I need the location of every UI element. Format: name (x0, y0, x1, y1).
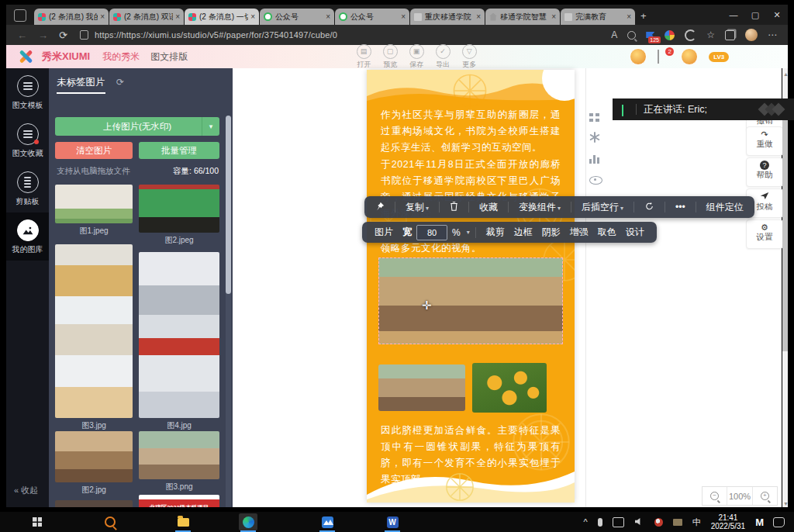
collect-button[interactable]: 收藏 (475, 201, 502, 214)
scrollbar-thumb[interactable] (782, 119, 788, 351)
open-button[interactable]: ▤打开 (350, 44, 377, 70)
transform-component-button[interactable]: 变换组件▾ (514, 201, 565, 214)
user-avatar[interactable] (630, 48, 647, 65)
window-maximize-button[interactable]: ▢ (744, 10, 766, 20)
image-width-input[interactable] (416, 225, 447, 240)
layout-grid-icon[interactable] (589, 111, 602, 122)
pick-color-button[interactable]: 取色 (593, 226, 621, 239)
browser-tab-8[interactable]: 完满教育× (561, 9, 635, 25)
more-options-button[interactable]: ••• (671, 202, 690, 212)
browser-tab-1[interactable]: (2 条消息) 我的× (34, 9, 109, 25)
tab-close-icon[interactable]: × (551, 12, 556, 21)
settings-button[interactable]: ⚙ 设置 (746, 219, 783, 249)
thumbnail-red-banner[interactable]: 北碚区2021级本科项目 落地工作交流会 2022.5.31 (139, 495, 219, 507)
tray-app-icon-2[interactable] (673, 519, 682, 526)
browser-tab-4[interactable]: 公众号× (260, 9, 334, 25)
sidebar-item-my-gallery[interactable]: 我的图库 (6, 212, 49, 261)
browser-tab-3-active[interactable]: (2 条消息) 一切× (185, 9, 259, 25)
xiumi-brand[interactable]: 秀米XIUMI (42, 50, 90, 64)
window-minimize-button[interactable]: — (723, 10, 744, 19)
search-icon[interactable] (627, 31, 636, 40)
meeting-app-icon[interactable] (318, 513, 337, 530)
tray-mic-icon[interactable] (598, 518, 602, 527)
tab-close-icon[interactable]: × (326, 12, 330, 21)
m-logo-icon[interactable]: M (755, 516, 763, 528)
notification-center-icon[interactable] (773, 517, 785, 527)
save-button[interactable]: ▣保存 (403, 44, 430, 70)
thumbnail-students[interactable] (139, 431, 219, 479)
shadow-button[interactable]: 阴影 (537, 226, 565, 239)
panel-title[interactable]: 未标签图片 (57, 76, 105, 94)
component-locate-button[interactable]: 组件定位 (702, 201, 748, 214)
collapse-panel-button[interactable]: « 收起 (14, 485, 38, 496)
article-image-students[interactable]: ✛ (378, 257, 563, 344)
article-image-students-small[interactable] (378, 364, 465, 411)
back-icon[interactable]: ← (17, 29, 27, 41)
chevron-down-icon[interactable]: ▾ (467, 229, 470, 236)
chart-bars-icon[interactable] (589, 153, 602, 164)
xiumi-logo[interactable] (17, 48, 34, 65)
trash-icon[interactable] (445, 202, 463, 213)
upload-dropdown-caret[interactable]: ▾ (202, 117, 219, 136)
refresh-gallery-icon[interactable]: ⟳ (116, 77, 124, 88)
help-button[interactable]: ? 帮助 (746, 157, 783, 187)
batch-manage-button[interactable]: 批量管理 (139, 142, 219, 159)
ime-indicator[interactable]: 中 (692, 516, 701, 528)
thumbnail-rooms[interactable] (55, 244, 133, 418)
sidebar-item-clipboard[interactable]: 剪贴板 (6, 164, 49, 212)
page-scrollbar[interactable] (782, 68, 788, 507)
article-image-oranges[interactable] (472, 363, 547, 413)
nav-layout[interactable]: 图文排版 (150, 50, 188, 64)
read-aloud-icon[interactable]: A (611, 29, 617, 40)
edge-browser-icon[interactable] (239, 513, 257, 530)
style-flower-icon[interactable] (589, 132, 602, 143)
shield-extension-icon[interactable] (665, 30, 675, 40)
enhance-button[interactable]: 增强 (565, 226, 593, 239)
scroll-up-icon[interactable]: ▲ (783, 71, 789, 77)
article-paragraph-2-tail[interactable]: 领略多元文化的视角。 (367, 240, 575, 257)
more-menu-icon[interactable]: ⋯ (768, 29, 777, 40)
refresh-icon[interactable]: ⟳ (59, 29, 67, 41)
rotate-icon[interactable] (640, 202, 659, 213)
export-button[interactable]: ✓导出 (430, 44, 456, 70)
sidebar-item-favorites[interactable]: 图文收藏 (6, 116, 49, 164)
forward-icon[interactable]: → (38, 29, 48, 41)
clear-images-button[interactable]: 清空图片 (55, 142, 133, 159)
tray-app-icon[interactable] (654, 518, 663, 527)
window-close-button[interactable]: ✕ (766, 10, 788, 20)
tray-display-icon[interactable] (613, 517, 624, 527)
user-avatar-2[interactable] (681, 48, 698, 65)
copy-button[interactable]: 复制▾ (401, 201, 433, 214)
tray-expand-icon[interactable]: ^ (583, 517, 587, 527)
extension-icon[interactable] (685, 29, 696, 41)
url-text[interactable]: https://https://xiumi.us/studio/v5#/pape… (95, 30, 337, 40)
redo-button[interactable]: ↷ 重做 (746, 126, 783, 156)
scroll-down-icon[interactable]: ▼ (783, 501, 789, 506)
insert-blank-line-button[interactable]: 后插空行▾ (577, 201, 628, 214)
browser-tab-5[interactable]: 公众号× (335, 9, 409, 25)
browser-tab-6[interactable]: 重庆移通学院× (410, 9, 485, 25)
zoom-in-button[interactable]: + (753, 487, 777, 505)
tab-close-icon[interactable]: × (250, 12, 255, 21)
article-page[interactable]: 作为社区共享与朋辈互助的新圈层，通过重构场域文化，书院为全校师生搭建起乐享生活、… (367, 70, 575, 503)
file-explorer-icon[interactable] (174, 513, 192, 530)
browser-tab-2[interactable]: (2 条消息) 双语× (109, 9, 184, 25)
start-button[interactable] (28, 513, 47, 530)
tab-close-icon[interactable]: × (100, 12, 105, 21)
tab-close-icon[interactable]: × (401, 12, 406, 21)
tab-close-icon[interactable]: × (627, 12, 631, 21)
zoom-out-button[interactable]: − (703, 487, 727, 505)
thumbnail-meeting[interactable] (55, 431, 133, 482)
taskbar-search-icon[interactable] (101, 513, 119, 530)
extension-flag-icon[interactable]: 125 (646, 29, 654, 40)
profile-avatar[interactable] (745, 29, 758, 41)
panel-scrollbar[interactable] (226, 116, 231, 507)
nav-my-xiumi[interactable]: 我的秀米 (102, 50, 140, 64)
more-button[interactable]: ▽更多 (456, 44, 482, 70)
zoom-level[interactable]: 100% (727, 487, 752, 505)
collections-icon[interactable] (725, 30, 735, 40)
sidebar-item-templates[interactable]: 图文模板 (6, 68, 49, 116)
border-button[interactable]: 边框 (509, 226, 537, 239)
favorites-icon[interactable]: ☆ (706, 29, 715, 40)
notification-bell-icon[interactable]: 2 (658, 50, 670, 63)
